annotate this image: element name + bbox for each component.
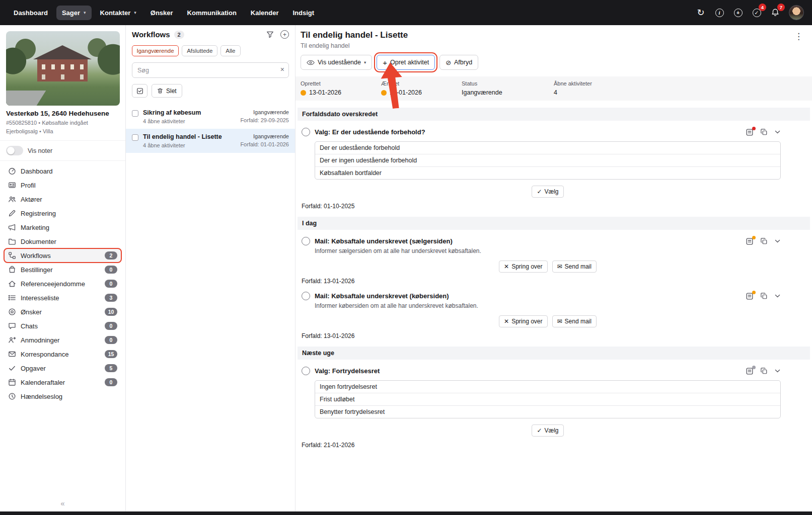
workflows-panel: Workflows 2 + Igangværende Afsluttede Al… xyxy=(126,25,296,511)
sidebar-item-korrespondance[interactable]: Korrespondance 15 xyxy=(4,347,121,361)
send-mail-button[interactable]: ✉ Send mail xyxy=(552,315,597,327)
sidebar-item-label: Profil xyxy=(21,182,36,189)
list-icon xyxy=(8,294,16,302)
property-type-info: Ejerboligsalg • Villa xyxy=(6,127,119,136)
send-mail-label: Send mail xyxy=(565,318,592,325)
cancel-workflow-button[interactable]: ⊘ Afbryd xyxy=(439,55,478,70)
create-activity-button[interactable]: + Opret aktivitet xyxy=(377,55,435,70)
delete-button-label: Slet xyxy=(166,88,177,95)
activity-log-icon[interactable] xyxy=(746,128,754,136)
notes-toggle[interactable] xyxy=(6,146,23,155)
activity-title: Valg: Fortrydelsesret xyxy=(315,367,380,375)
choose-button[interactable]: ✓ Vælg xyxy=(532,424,563,437)
activity-radio[interactable] xyxy=(302,128,310,136)
nav-dashboard[interactable]: Dashboard xyxy=(8,6,53,20)
info-value: Igangværende xyxy=(462,89,502,96)
show-pending-button[interactable]: Vis udestående ▾ xyxy=(301,55,372,70)
sidebar-item-haendelseslog[interactable]: Hændelseslog xyxy=(4,389,121,403)
duplicate-icon[interactable] xyxy=(760,367,768,375)
skip-button[interactable]: ✕ Spring over xyxy=(499,315,547,327)
sidebar-item-label: Registrering xyxy=(21,210,56,217)
chevron-down-icon: ▾ xyxy=(364,60,366,65)
nav-kommunikation[interactable]: Kommunikation xyxy=(182,6,242,20)
sidebar-item-anmodninger[interactable]: Anmodninger 0 xyxy=(4,333,121,347)
nav-indsigt[interactable]: Indsigt xyxy=(287,6,320,20)
skip-button[interactable]: ✕ Spring over xyxy=(499,261,547,273)
choice-option[interactable]: Købsaftalen bortfalder xyxy=(315,166,780,179)
sidebar-collapse-button[interactable]: « xyxy=(0,499,125,507)
filter-funnel-icon[interactable] xyxy=(266,31,274,38)
count-badge: 0 xyxy=(105,266,117,274)
sidebar-item-referenceejendomme[interactable]: Referenceejendomme 0 xyxy=(4,277,121,291)
activity-radio[interactable] xyxy=(302,292,310,300)
info-label: Status xyxy=(462,80,554,87)
status-dot xyxy=(752,127,756,130)
duplicate-icon[interactable] xyxy=(760,128,768,136)
sidebar-item-registrering[interactable]: Registrering xyxy=(4,206,121,220)
activity-log-icon[interactable] xyxy=(746,367,754,375)
notifications-bell-icon[interactable]: 7 xyxy=(770,8,780,18)
nav-onsker[interactable]: Ønsker xyxy=(145,6,179,20)
refresh-icon[interactable]: ↻ xyxy=(696,8,706,18)
choice-option[interactable]: Der er udestående forbehold xyxy=(315,142,780,154)
choice-option[interactable]: Benytter fortrydelsesret xyxy=(315,405,780,418)
delete-button[interactable]: Slet xyxy=(152,84,182,98)
duplicate-icon[interactable] xyxy=(760,292,768,300)
pencil-icon xyxy=(8,209,16,217)
row-checkbox[interactable] xyxy=(132,134,138,141)
filter-alle[interactable]: Alle xyxy=(220,45,240,56)
filter-igangvaerende[interactable]: Igangværende xyxy=(132,45,179,56)
workflow-list-item-selected[interactable]: Til endelig handel - Lisette 4 åbne akti… xyxy=(126,129,295,153)
tasks-count-badge: 4 xyxy=(759,4,766,11)
activity-radio[interactable] xyxy=(302,367,310,375)
user-avatar[interactable] xyxy=(789,5,804,20)
choose-button[interactable]: ✓ Vælg xyxy=(532,186,563,198)
choice-option[interactable]: Ingen fortrydelsesret xyxy=(315,381,780,393)
choice-option[interactable]: Frist udløbet xyxy=(315,393,780,405)
activity-log-icon[interactable] xyxy=(746,237,754,245)
nav-kontakter[interactable]: Kontakter▾ xyxy=(95,6,142,20)
select-all-button[interactable] xyxy=(132,84,147,98)
sidebar-item-bestillinger[interactable]: Bestillinger 0 xyxy=(4,263,121,277)
sidebar-item-aktorer[interactable]: Aktører xyxy=(4,192,121,206)
sidebar-item-profil[interactable]: Profil xyxy=(4,178,121,192)
sidebar-item-label: Ønsker xyxy=(21,308,42,316)
nav-sager[interactable]: Sager▾ xyxy=(56,6,92,20)
sidebar-item-marketing[interactable]: Marketing xyxy=(4,220,121,234)
sidebar-item-dashboard[interactable]: Dashboard xyxy=(4,164,121,178)
add-workflow-icon[interactable]: + xyxy=(280,30,289,39)
duplicate-icon[interactable] xyxy=(760,237,768,245)
search-input[interactable] xyxy=(132,62,289,78)
info-value: 13-01-2026 xyxy=(390,89,422,96)
sidebar-item-chats[interactable]: Chats 0 xyxy=(4,319,121,333)
sidebar-item-opgaver[interactable]: Opgaver 5 xyxy=(4,361,121,375)
add-icon[interactable]: + xyxy=(733,8,743,18)
workflow-list-item[interactable]: Sikring af købesum 4 åbne aktiviteter Ig… xyxy=(126,105,295,129)
chevron-down-icon[interactable] xyxy=(774,368,781,374)
skip-button-label: Spring over xyxy=(511,263,542,270)
clear-search-icon[interactable]: × xyxy=(280,65,284,73)
more-options-icon[interactable]: ⋮ xyxy=(790,30,807,43)
sidebar-item-dokumenter[interactable]: Dokumenter xyxy=(4,234,121,248)
choice-option[interactable]: Der er ingen udestående forbehold xyxy=(315,154,780,166)
nav-kalender[interactable]: Kalender xyxy=(245,6,284,20)
tasks-icon[interactable]: ✓ 4 xyxy=(752,8,762,18)
sidebar-item-kalenderaftaler[interactable]: Kalenderaftaler 0 xyxy=(4,375,121,389)
filter-afsluttede[interactable]: Afsluttede xyxy=(182,45,217,56)
activity-radio[interactable] xyxy=(302,237,310,245)
chevron-down-icon[interactable] xyxy=(774,238,781,244)
property-photo[interactable] xyxy=(6,31,120,106)
info-status: Status Igangværende xyxy=(462,80,554,96)
sidebar-item-onsker[interactable]: Ønsker 10 xyxy=(4,305,121,319)
sidebar-item-workflows[interactable]: Workflows 2 xyxy=(4,248,121,263)
chevron-down-icon[interactable] xyxy=(774,129,781,135)
activity-log-icon[interactable] xyxy=(746,292,754,300)
send-mail-button[interactable]: ✉ Send mail xyxy=(552,261,597,273)
house-icon xyxy=(8,280,16,288)
section-next-week-header: Næste uge xyxy=(298,347,810,360)
info-icon[interactable]: i xyxy=(714,8,724,18)
sidebar-item-label: Workflows xyxy=(21,252,51,260)
row-checkbox[interactable] xyxy=(132,110,138,117)
sidebar-item-interesseliste[interactable]: Interesseliste 3 xyxy=(4,291,121,305)
chevron-down-icon[interactable] xyxy=(774,293,781,299)
